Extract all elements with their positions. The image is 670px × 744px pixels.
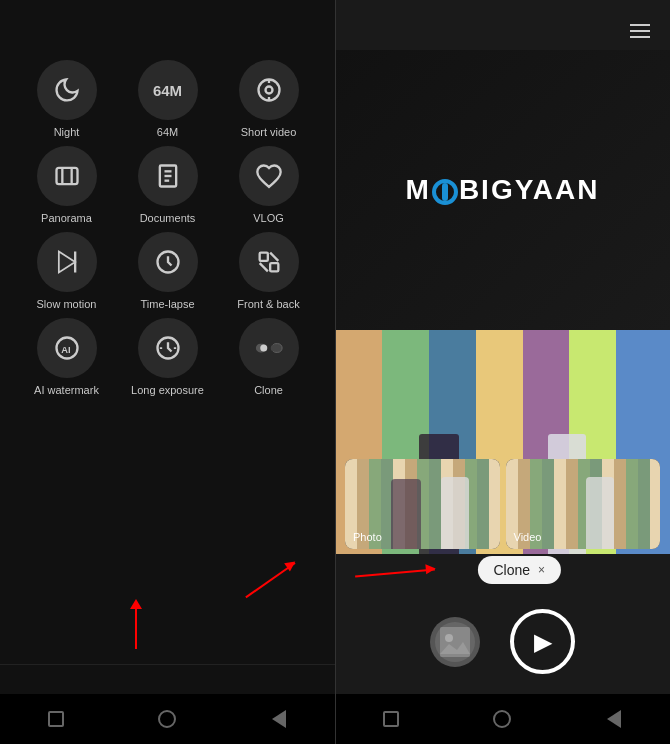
front-back-icon-circle: [239, 232, 299, 292]
thumb-figure-dark: [391, 479, 421, 549]
arrow-up-line: [135, 609, 137, 649]
thumbnail-video-label: Video: [514, 531, 542, 543]
panorama-icon-circle: [37, 146, 97, 206]
shutter-button[interactable]: ▶: [510, 609, 575, 674]
right-panel: MBIGYAAN Photo Video Clone ×: [335, 0, 670, 744]
vlog-label: VLOG: [253, 212, 284, 224]
64m-icon-circle: 64M: [138, 60, 198, 120]
thumb-figure-light: [441, 477, 469, 549]
thumbnail-photo[interactable]: Photo: [345, 459, 500, 549]
64m-icon: 64M: [153, 82, 182, 99]
camera-controls: ▶: [335, 599, 670, 684]
ai-watermark-icon-circle: AI: [37, 318, 97, 378]
64m-label: 64M: [157, 126, 178, 138]
gallery-avatar[interactable]: [430, 617, 480, 667]
recent-apps-icon: [48, 711, 64, 727]
system-nav-right: [335, 694, 670, 744]
mobigyaan-logo: MBIGYAAN: [406, 174, 600, 206]
panorama-label: Panorama: [41, 212, 92, 224]
hamburger-line-3: [630, 36, 650, 38]
svg-rect-13: [259, 253, 267, 261]
camera-mode-time-lapse[interactable]: Time-lapse: [121, 232, 214, 310]
camera-mode-long-exposure[interactable]: Long exposure: [121, 318, 214, 396]
time-lapse-icon-circle: [138, 232, 198, 292]
ai-watermark-label: AI watermark: [34, 384, 99, 396]
camera-mode-slow-motion[interactable]: Slow motion: [20, 232, 113, 310]
svg-point-26: [445, 634, 453, 642]
night-label: Night: [54, 126, 80, 138]
svg-point-1: [265, 87, 272, 94]
camera-mode-vlog[interactable]: VLOG: [222, 146, 315, 224]
long-exposure-icon-circle: [138, 318, 198, 378]
hamburger-menu[interactable]: [630, 20, 650, 42]
recent-apps-button-right[interactable]: [379, 707, 403, 731]
svg-point-23: [270, 345, 277, 352]
camera-mode-panorama[interactable]: Panorama: [20, 146, 113, 224]
camera-modes-panel: Night 64M 64M Short video: [0, 0, 335, 744]
gallery-thumbnail-icon: [435, 622, 475, 662]
back-button[interactable]: [267, 707, 291, 731]
front-back-label: Front & back: [237, 298, 299, 310]
svg-text:AI: AI: [61, 345, 70, 355]
clone-badge-close[interactable]: ×: [538, 563, 545, 577]
camera-mode-night[interactable]: Night: [20, 60, 113, 138]
shutter-arrow-icon: ▶: [534, 628, 552, 656]
camera-mode-short-video[interactable]: Short video: [222, 60, 315, 138]
night-icon-circle: [37, 60, 97, 120]
slow-motion-label: Slow motion: [37, 298, 97, 310]
svg-line-16: [270, 253, 278, 261]
thumb-video-figure: [586, 477, 614, 549]
short-video-label: Short video: [241, 126, 297, 138]
vlog-icon-circle: [239, 146, 299, 206]
clone-label: Clone: [254, 384, 283, 396]
system-nav-left: [0, 694, 335, 744]
clone-icon-circle: [239, 318, 299, 378]
home-button[interactable]: [155, 707, 179, 731]
thumbnail-video[interactable]: Video: [506, 459, 661, 549]
documents-icon-circle: [138, 146, 198, 206]
back-button-right[interactable]: [602, 707, 626, 731]
svg-point-21: [260, 345, 267, 352]
more-tab-arrow: [130, 599, 142, 649]
camera-mode-front-back[interactable]: Front & back: [222, 232, 315, 310]
home-icon: [158, 710, 176, 728]
svg-line-15: [259, 263, 267, 271]
hamburger-line-2: [630, 30, 650, 32]
long-exposure-label: Long exposure: [131, 384, 204, 396]
documents-label: Documents: [140, 212, 196, 224]
thumbnail-row: Photo Video: [335, 459, 670, 549]
thumbnail-photo-label: Photo: [353, 531, 382, 543]
arrow-up-head: [130, 599, 142, 609]
back-icon-right: [607, 710, 621, 728]
recent-apps-icon-right: [383, 711, 399, 727]
svg-rect-14: [270, 263, 278, 271]
short-video-icon-circle: [239, 60, 299, 120]
logo-o: [432, 179, 458, 205]
hamburger-line-1: [630, 24, 650, 26]
back-icon: [272, 710, 286, 728]
clone-badge: Clone ×: [477, 556, 561, 584]
svg-rect-4: [56, 168, 77, 184]
camera-mode-ai-watermark[interactable]: AI AI watermark: [20, 318, 113, 396]
clone-badge-text: Clone: [493, 562, 530, 578]
time-lapse-label: Time-lapse: [141, 298, 195, 310]
home-button-right[interactable]: [490, 707, 514, 731]
panel-divider: [335, 0, 336, 744]
camera-mode-64m[interactable]: 64M 64M: [121, 60, 214, 138]
slow-motion-icon-circle: [37, 232, 97, 292]
recent-apps-button[interactable]: [44, 707, 68, 731]
camera-mode-clone[interactable]: Clone: [222, 318, 315, 396]
mobigyaan-logo-area: MBIGYAAN: [335, 50, 670, 330]
home-icon-right: [493, 710, 511, 728]
camera-mode-documents[interactable]: Documents: [121, 146, 214, 224]
